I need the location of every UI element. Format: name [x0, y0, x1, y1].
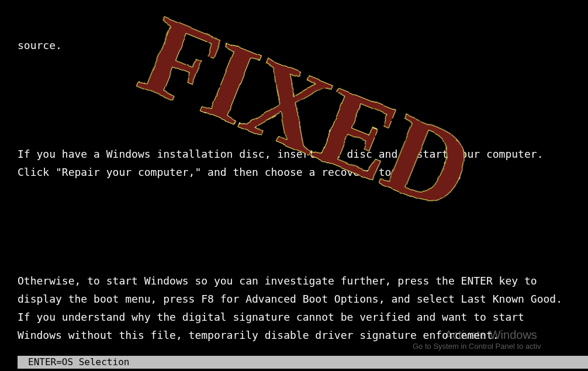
footer-hint: ENTER=OS Selection [28, 356, 129, 367]
boot-error-screen: source. If you have a Windows installati… [0, 0, 588, 371]
body-line-source: source. [18, 36, 570, 54]
body-para-install-disc: If you have a Windows installation disc,… [18, 145, 570, 181]
footer-bar[interactable]: ENTER=OS Selection [18, 356, 588, 369]
error-body: source. If you have a Windows installati… [18, 0, 570, 371]
body-para-otherwise: Otherwise, to start Windows so you can i… [18, 272, 570, 344]
